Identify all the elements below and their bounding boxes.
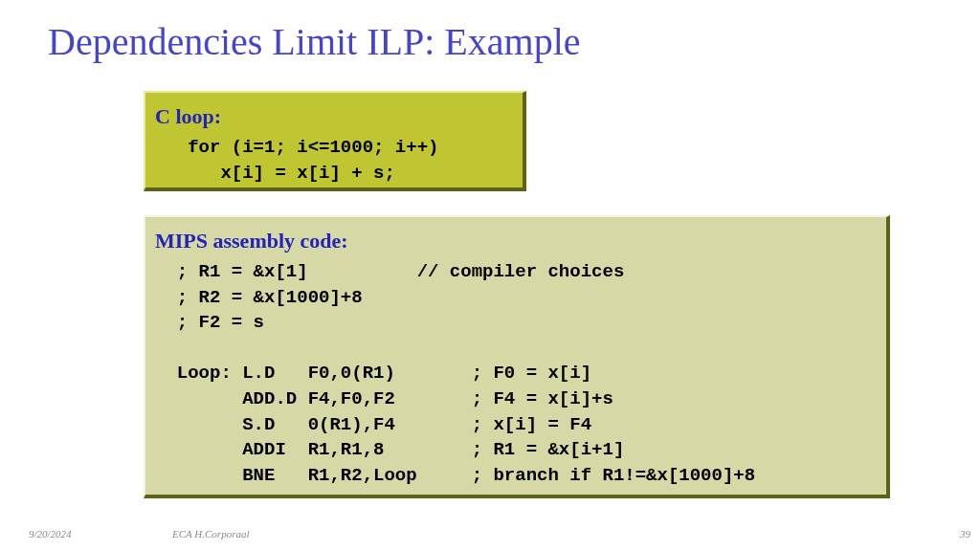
slide-footer: 9/20/2024 ECA H.Corporaal 39 bbox=[0, 528, 980, 543]
footer-page-number: 39 bbox=[960, 528, 970, 540]
c-loop-code: for (i=1; i<=1000; i++) x[i] = x[i] + s; bbox=[155, 135, 513, 186]
mips-heading: MIPS assembly code: bbox=[155, 229, 877, 253]
slide: Dependencies Limit ILP: Example C loop: … bbox=[0, 0, 980, 551]
c-loop-box: C loop: for (i=1; i<=1000; i++) x[i] = x… bbox=[144, 91, 526, 191]
page-title: Dependencies Limit ILP: Example bbox=[48, 19, 581, 64]
c-loop-heading: C loop: bbox=[155, 104, 513, 129]
mips-box: MIPS assembly code: ; R1 = &x[1] // comp… bbox=[144, 215, 890, 498]
footer-author: ECA H.Corporaal bbox=[172, 528, 249, 540]
footer-date: 9/20/2024 bbox=[29, 528, 72, 540]
mips-code: ; R1 = &x[1] // compiler choices ; R2 = … bbox=[155, 259, 877, 488]
